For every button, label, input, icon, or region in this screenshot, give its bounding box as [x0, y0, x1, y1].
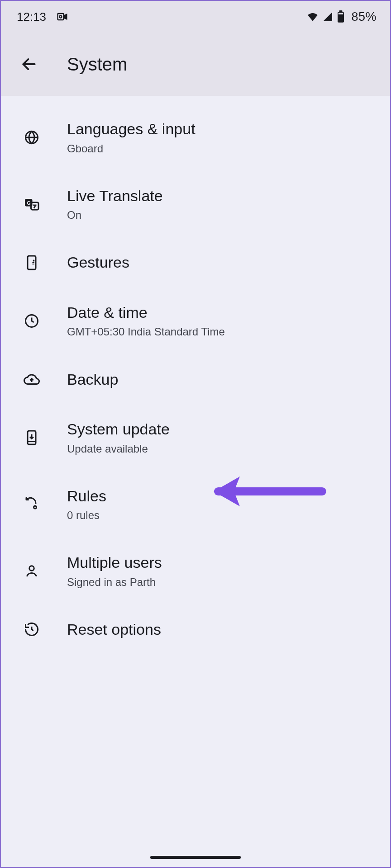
battery-percent: 85%	[351, 10, 377, 24]
item-sub: Gboard	[67, 142, 196, 156]
back-button[interactable]	[14, 50, 43, 79]
item-sub: 0 rules	[67, 508, 106, 522]
item-system-update[interactable]: System update Update available	[1, 404, 390, 471]
item-languages-input[interactable]: Languages & input Gboard	[1, 104, 390, 171]
page-title: System	[67, 54, 127, 75]
item-title: Date & time	[67, 303, 225, 322]
clock-icon	[24, 313, 40, 329]
signal-icon	[322, 11, 333, 22]
item-rules[interactable]: Rules 0 rules	[1, 471, 390, 538]
nav-handle[interactable]	[150, 856, 241, 859]
item-title: Live Translate	[67, 186, 163, 206]
svg-point-13	[34, 506, 36, 508]
translate-icon: G	[24, 196, 40, 212]
system-update-icon	[24, 429, 40, 446]
globe-icon	[24, 129, 40, 146]
item-live-translate[interactable]: G Live Translate On	[1, 171, 390, 238]
item-sub: GMT+05:30 India Standard Time	[67, 325, 225, 339]
svg-rect-9	[28, 256, 36, 269]
svg-point-14	[29, 566, 34, 571]
svg-rect-4	[339, 13, 343, 14]
item-title: System update	[67, 420, 170, 439]
item-backup[interactable]: Backup	[1, 354, 390, 405]
wifi-icon	[307, 11, 319, 23]
app-bar: System	[1, 33, 390, 96]
item-multiple-users[interactable]: Multiple users Signed in as Parth	[1, 538, 390, 604]
svg-point-1	[59, 15, 62, 18]
item-sub: Update available	[67, 442, 170, 456]
svg-rect-3	[339, 10, 343, 12]
item-title: Gestures	[67, 253, 129, 272]
item-date-time[interactable]: Date & time GMT+05:30 India Standard Tim…	[1, 288, 390, 354]
item-title: Reset options	[67, 620, 161, 639]
item-sub: On	[67, 208, 163, 222]
item-title: Languages & input	[67, 119, 196, 139]
person-icon	[24, 563, 40, 579]
item-title: Multiple users	[67, 553, 162, 572]
outlook-notification-icon	[56, 10, 69, 23]
item-reset-options[interactable]: Reset options	[1, 604, 390, 655]
item-gestures[interactable]: Gestures	[1, 237, 390, 288]
cloud-upload-icon	[24, 371, 40, 387]
item-sub: Signed in as Parth	[67, 575, 162, 589]
status-left: 12:13	[17, 10, 69, 24]
gestures-icon	[24, 255, 40, 271]
item-title: Backup	[67, 370, 118, 389]
item-title: Rules	[67, 486, 106, 506]
rules-icon	[24, 496, 40, 513]
settings-list: Languages & input Gboard G Live Translat…	[1, 96, 390, 655]
status-right: 85%	[307, 10, 377, 24]
reset-icon	[24, 621, 40, 637]
status-bar: 12:13 85%	[1, 1, 390, 33]
status-time: 12:13	[17, 10, 46, 24]
svg-rect-0	[58, 14, 64, 20]
battery-icon	[337, 10, 345, 23]
svg-text:G: G	[27, 200, 31, 205]
